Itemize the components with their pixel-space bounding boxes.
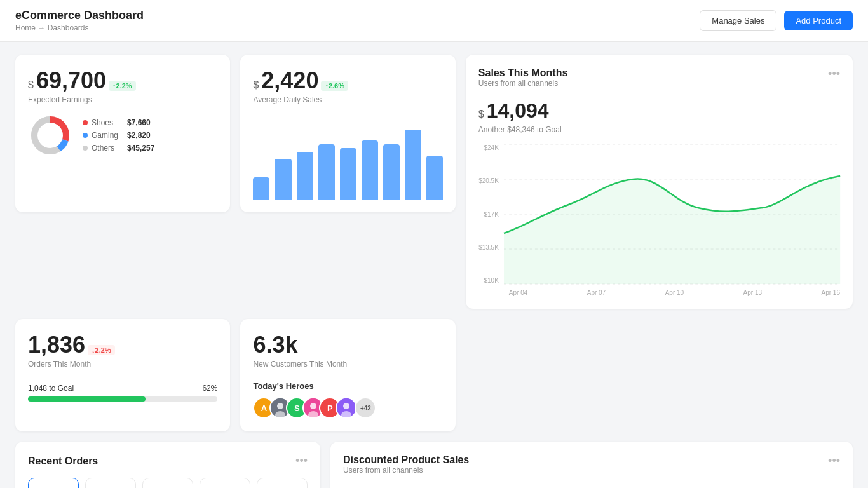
line-chart-svg	[504, 144, 840, 284]
bar-item	[318, 144, 335, 200]
sales-title: Sales This Months	[478, 67, 567, 79]
svg-point-10	[277, 403, 283, 409]
y-label-3: $17K	[478, 211, 499, 218]
avatar-more: +42	[355, 397, 376, 419]
avatars-group: A S	[253, 397, 442, 419]
daily-amount-row: $ 2,420 ↑2.6%	[253, 67, 442, 94]
avatar-img-3	[337, 398, 356, 417]
breadcrumb-current: Dashboards	[48, 24, 89, 32]
legend: Shoes $7,660 Gaming $2,820 Others $45,25…	[83, 118, 154, 152]
sales-card: Sales This Months Users from all channel…	[466, 55, 853, 309]
breadcrumb-home: Home	[15, 24, 36, 32]
line-chart-container: $24K $20.5K $17K $13.5K $10K	[478, 144, 840, 296]
legend-dot-shoes	[83, 120, 88, 125]
bar-item	[253, 177, 269, 200]
donut-chart	[28, 113, 72, 158]
sales-goal: Another $48,346 to Goal	[478, 125, 840, 134]
orders-number: 1,836	[28, 332, 85, 358]
donut-section: Shoes $7,660 Gaming $2,820 Others $45,25…	[28, 113, 217, 158]
earnings-amount-row: $ 69,700 ↑2.2%	[28, 67, 217, 94]
bar-item	[426, 156, 443, 200]
x-label-3: Apr 10	[665, 289, 684, 296]
recent-orders-header: Recent Orders •••	[28, 454, 308, 468]
daily-number: 2,420	[261, 67, 318, 94]
y-axis-labels: $24K $20.5K $17K $13.5K $10K	[478, 144, 504, 284]
y-label-1: $24K	[478, 144, 499, 151]
legend-others: Others $45,257	[83, 144, 154, 152]
progress-bar-fill	[28, 396, 146, 402]
bar-item	[362, 140, 378, 200]
tab-tshirt[interactable]: 👕 T-shirt	[28, 478, 79, 488]
bar-item	[275, 159, 291, 200]
y-label-2: $20.5K	[478, 177, 499, 184]
recent-orders-title: Recent Orders	[28, 456, 98, 467]
sales-amount-row: $ 14,094	[478, 93, 840, 125]
bottom-grid: Recent Orders ••• 👕 T-shirt 🎮 Gaming ⌚ W…	[15, 442, 853, 488]
legend-gaming: Gaming $2,820	[83, 131, 154, 140]
progress-bar-bg	[28, 396, 217, 402]
add-product-button[interactable]: Add Product	[784, 11, 853, 30]
legend-val-gaming: $2,820	[127, 131, 151, 140]
sales-header: Sales This Months Users from all channel…	[478, 67, 840, 93]
sales-more-icon[interactable]: •••	[828, 67, 840, 81]
discounted-card: Discounted Product Sales Users from all …	[330, 442, 853, 488]
daily-badge: ↑2.6%	[321, 81, 348, 91]
orders-amount-row: 1,836 ↓2.2%	[28, 332, 217, 358]
legend-shoes: Shoes $7,660	[83, 118, 154, 127]
x-axis-labels: Apr 04 Apr 07 Apr 10 Apr 13 Apr 16	[509, 289, 840, 296]
customers-number: 6.3k	[253, 332, 297, 358]
earnings-dollar: $	[28, 79, 34, 91]
y-label-4: $13.5K	[478, 244, 499, 251]
legend-label-gaming: Gaming	[92, 131, 123, 140]
heroes-section: Today's Heroes A S	[253, 381, 442, 419]
top-grid: $ 69,700 ↑2.2% Expected Earnings	[15, 55, 853, 309]
earnings-number: 69,700	[36, 67, 106, 94]
legend-val-shoes: $7,660	[127, 118, 151, 127]
customers-subtitle: New Customers This Month	[253, 360, 442, 369]
breadcrumb: Home → Dashboards	[15, 24, 144, 32]
bar-item	[405, 130, 421, 200]
legend-val-others: $45,257	[127, 144, 154, 152]
customers-amount-row: 6.3k	[253, 332, 442, 358]
line-chart-wrap: $24K $20.5K $17K $13.5K $10K	[478, 144, 840, 287]
legend-label-others: Others	[92, 144, 123, 152]
daily-subtitle: Average Daily Sales	[253, 95, 442, 104]
tab-watch[interactable]: ⌚ Watch	[142, 478, 193, 488]
sales-number: 14,094	[487, 99, 549, 123]
discounted-title: Discounted Product Sales	[343, 454, 469, 466]
heroes-title: Today's Heroes	[253, 381, 442, 391]
earnings-badge: ↑2.2%	[109, 81, 136, 91]
tab-gaming[interactable]: 🎮 Gaming	[85, 478, 136, 488]
orders-subtitle: Orders This Month	[28, 360, 217, 369]
discounted-subtitle: Users from all channels	[343, 466, 469, 475]
daily-dollar: $	[253, 79, 259, 91]
page-title: eCommerce Dashboard	[15, 9, 144, 22]
daily-sales-card: $ 2,420 ↑2.6% Average Daily Sales	[240, 55, 455, 212]
legend-dot-gaming	[83, 133, 88, 138]
manage-sales-button[interactable]: Manage Sales	[700, 10, 776, 31]
progress-pct: 62%	[202, 384, 217, 393]
bar-chart	[253, 123, 442, 200]
sales-subtitle: Users from all channels	[478, 79, 567, 88]
header: eCommerce Dashboard Home → Dashboards Ma…	[0, 0, 868, 42]
bar-item	[383, 144, 400, 200]
bar-item	[297, 152, 313, 200]
discounted-title-group: Discounted Product Sales Users from all …	[343, 454, 469, 481]
progress-goal-label: 1,048 to Goal	[28, 384, 74, 393]
tab-shoes[interactable]: 👟 Shoes	[257, 478, 308, 488]
mid-grid: 1,836 ↓2.2% Orders This Month 1,048 to G…	[15, 319, 853, 431]
product-tabs: 👕 T-shirt 🎮 Gaming ⌚ Watch 🧤 Gloves 👟	[28, 478, 308, 488]
customers-card: 6.3k New Customers This Month Today's He…	[240, 319, 455, 431]
earnings-card: $ 69,700 ↑2.2% Expected Earnings	[15, 55, 230, 212]
bar-item	[340, 148, 356, 200]
y-label-5: $10K	[478, 277, 499, 284]
discounted-more-icon[interactable]: •••	[828, 454, 840, 481]
orders-badge: ↓2.2%	[88, 345, 115, 355]
svg-point-13	[310, 403, 316, 409]
tab-gloves[interactable]: 🧤 Gloves	[200, 478, 250, 488]
recent-orders-card: Recent Orders ••• 👕 T-shirt 🎮 Gaming ⌚ W…	[15, 442, 320, 488]
discounted-amount-row: $ 3,706 ↓4.5%	[343, 485, 840, 488]
avatar-photo-3	[336, 397, 357, 419]
header-left: eCommerce Dashboard Home → Dashboards	[15, 9, 144, 32]
recent-orders-more-icon[interactable]: •••	[295, 454, 308, 468]
